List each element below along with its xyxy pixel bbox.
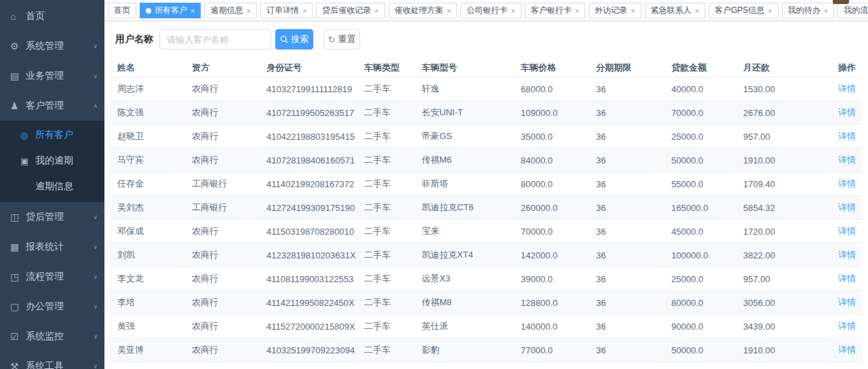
tab-my-todo[interactable]: 我的待办× xyxy=(782,3,834,18)
sidebar-item-label: 报表统计 xyxy=(26,241,93,253)
close-icon[interactable]: × xyxy=(246,7,250,15)
tab-emergency-contact[interactable]: 紧急联系人× xyxy=(645,3,705,18)
table-cell: 55000.0 xyxy=(671,179,743,189)
table-cell: 刘凯 xyxy=(117,249,192,261)
detail-link[interactable]: 详情 xyxy=(838,321,856,331)
table-cell: 36 xyxy=(596,227,671,237)
sidebar-subitem-all-customers[interactable]: ◎所有客户 xyxy=(0,122,104,148)
detail-link[interactable]: 详情 xyxy=(838,202,856,212)
close-icon[interactable]: × xyxy=(191,7,195,15)
table-cell: 传祺M8 xyxy=(422,296,521,309)
actions-cell: 详情 xyxy=(818,320,856,332)
detail-link[interactable]: 详情 xyxy=(838,155,856,165)
tab-all-customers[interactable]: 所有客户× xyxy=(140,3,201,18)
detail-link[interactable]: 详情 xyxy=(838,107,856,117)
detail-link[interactable]: 详情 xyxy=(838,131,856,141)
tab-collection-plan[interactable]: 催收处理方案× xyxy=(389,3,457,18)
search-input[interactable] xyxy=(159,29,271,50)
detail-link[interactable]: 详情 xyxy=(838,178,856,189)
detail-link[interactable]: 详情 xyxy=(838,273,856,284)
table-cell: 260000.0 xyxy=(521,203,596,213)
customer-table: 姓名资方身份证号车辆类型车辆型号车辆价格分期期限贷款金额月还款操作 周志洋农商行… xyxy=(108,58,863,369)
table-cell: 轩逸 xyxy=(422,83,521,95)
actions-cell: 详情 xyxy=(818,201,856,214)
sidebar-item-home[interactable]: ⌂首页 xyxy=(0,1,104,31)
close-icon[interactable]: × xyxy=(511,7,515,15)
actions-cell: 详情 xyxy=(818,344,856,356)
table-cell: 宝来 xyxy=(422,225,521,237)
table-cell: 任存金 xyxy=(117,178,192,190)
sidebar-item-office[interactable]: ▢办公管理∨ xyxy=(0,292,104,322)
table-cell: 36 xyxy=(596,298,671,308)
table-cell: 农商行 xyxy=(192,83,267,95)
close-icon[interactable]: × xyxy=(768,7,772,15)
table-cell: 远景X3 xyxy=(422,273,521,285)
sidebar-item-post-loan[interactable]: ◫贷后管理∨ xyxy=(0,202,104,232)
sidebar-item-business[interactable]: ▤业务管理∨ xyxy=(0,61,104,91)
table-cell: 36 xyxy=(596,345,671,355)
table-cell: 84000.0 xyxy=(521,155,596,166)
table-cell: 410327199111112819 xyxy=(267,84,364,94)
reset-button-label: 重置 xyxy=(338,33,355,45)
sidebar-item-tools[interactable]: ⚒系统工具∨ xyxy=(0,351,104,369)
tab-overdue-info[interactable]: 逾期信息× xyxy=(204,3,256,18)
actions-cell: 详情 xyxy=(818,296,856,309)
table-row: 陈文强农商行410721199505263517二手车长安UNI-T109000… xyxy=(108,101,863,125)
tab-order-detail[interactable]: 订单详情× xyxy=(260,3,313,18)
sidebar-subitem-overdue-info[interactable]: 逾期信息 xyxy=(0,174,104,199)
detail-link[interactable]: 详情 xyxy=(838,226,856,236)
tab-collection-record[interactable]: 贷后催收记录× xyxy=(316,3,384,18)
sidebar-item-report[interactable]: ▦报表统计∨ xyxy=(0,232,104,262)
sidebar-item-workflow[interactable]: ◳流程管理∨ xyxy=(0,262,104,292)
table-cell: 36 xyxy=(596,250,671,260)
table-cell: 1910.00 xyxy=(743,155,818,166)
tab-customer-bankcard[interactable]: 客户银行卡× xyxy=(525,3,585,18)
detail-link[interactable]: 详情 xyxy=(838,250,856,260)
table-cell: 957.00 xyxy=(743,274,818,284)
table-cell: 马守宾 xyxy=(117,154,192,166)
close-icon[interactable]: × xyxy=(374,7,378,15)
close-icon[interactable]: × xyxy=(302,7,307,15)
search-button[interactable]: 搜索 xyxy=(275,29,313,50)
close-icon[interactable]: × xyxy=(695,7,699,15)
tab-home[interactable]: 首页 xyxy=(108,3,136,18)
table-cell: 影豹 xyxy=(422,344,521,356)
sidebar-item-monitor[interactable]: ☑系统监控∨ xyxy=(0,322,104,351)
detail-link[interactable]: 详情 xyxy=(838,83,856,94)
detail-link[interactable]: 详情 xyxy=(838,297,856,307)
sidebar-subitem-my-overdue[interactable]: ▣我的逾期 xyxy=(0,148,104,174)
table-cell: 二手车 xyxy=(364,296,422,309)
tab-label: 逾期信息 xyxy=(210,5,243,16)
sidebar-item-customer[interactable]: ♟客户管理∧ xyxy=(0,91,104,121)
tab-label: 外访记录 xyxy=(595,5,627,16)
sidebar-item-system[interactable]: ⚙系统管理∨ xyxy=(0,31,104,61)
main-area: 首页所有客户×逾期信息×订单详情×贷后催收记录×催收处理方案×公司银行卡×客户银… xyxy=(104,0,868,369)
tab-company-bankcard[interactable]: 公司银行卡× xyxy=(460,3,521,18)
close-icon[interactable]: × xyxy=(631,7,635,15)
reset-button[interactable]: ↻ 重置 xyxy=(323,29,360,50)
tags-view-bar: 首页所有客户×逾期信息×订单详情×贷后催收记录×催收处理方案×公司银行卡×客户银… xyxy=(104,0,868,21)
tab-visit-record[interactable]: 外访记录× xyxy=(589,3,641,18)
tab-label: 紧急联系人 xyxy=(651,5,692,16)
table-cell: 1709.40 xyxy=(743,179,818,189)
table-cell: 二手车 xyxy=(364,130,422,142)
table-cell: 陈文强 xyxy=(117,106,192,119)
tab-label: 所有客户 xyxy=(155,5,187,16)
table-cell: 5854.32 xyxy=(743,203,818,213)
tab-label: 客户GPS信息 xyxy=(715,5,764,16)
avatar-image-fragment xyxy=(833,0,849,4)
sidebar-item-label: 办公管理 xyxy=(26,300,93,313)
table-row: 黄强农商行41152720000215809X二手车英仕派140000.0369… xyxy=(108,315,863,338)
detail-link[interactable]: 详情 xyxy=(838,345,856,355)
close-icon[interactable]: × xyxy=(447,7,451,15)
table-cell: 邓保成 xyxy=(117,225,192,237)
close-icon[interactable]: × xyxy=(575,7,579,15)
close-icon[interactable]: × xyxy=(824,7,828,15)
table-cell: 411402199208167372 xyxy=(267,179,364,189)
table-cell: 36 xyxy=(596,179,671,189)
table-cell: 3439.00 xyxy=(743,322,818,332)
table-cell: 36 xyxy=(596,203,671,213)
tab-my-flow[interactable]: 我的流程× xyxy=(837,3,868,18)
table-row: 赵晓卫农商行410422198803195415二手车帝豪GS35000.036… xyxy=(108,125,863,149)
tab-customer-gps[interactable]: 客户GPS信息× xyxy=(709,3,778,18)
